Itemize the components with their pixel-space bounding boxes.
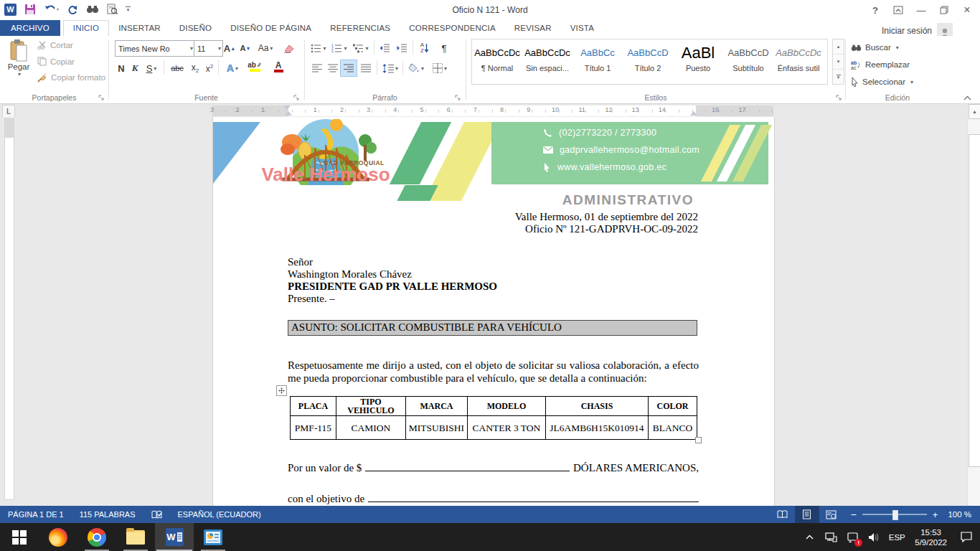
cut-button[interactable]: Cortar bbox=[37, 41, 73, 50]
sort-button[interactable]: AZ bbox=[415, 40, 434, 56]
taskbar-file-explorer[interactable] bbox=[116, 523, 155, 551]
multilevel-list-button[interactable]: ▾ bbox=[351, 40, 371, 56]
align-left-button[interactable] bbox=[309, 60, 325, 76]
taskbar-app[interactable] bbox=[194, 523, 232, 551]
first-line-indent-marker[interactable] bbox=[283, 105, 291, 110]
customize-qat-button[interactable]: ▾ bbox=[126, 2, 131, 17]
zoom-out-button[interactable]: − bbox=[851, 509, 857, 520]
value-blank-field[interactable] bbox=[365, 461, 570, 471]
decrease-indent-button[interactable] bbox=[377, 40, 392, 56]
collapse-ribbon-button[interactable] bbox=[963, 95, 971, 100]
action-center-icon[interactable]: ! bbox=[842, 523, 863, 551]
zoom-track[interactable] bbox=[862, 514, 927, 515]
print-preview-button[interactable] bbox=[107, 2, 118, 17]
taskbar-firefox[interactable] bbox=[39, 523, 77, 551]
justify-button[interactable] bbox=[358, 60, 374, 76]
tab-correspondencia[interactable]: CORRESPONDENCIA bbox=[400, 21, 505, 36]
zoom-thumb[interactable] bbox=[892, 510, 898, 520]
document-page[interactable]: (02)2773220 / 2773300 gadprvallehermoso@… bbox=[212, 117, 775, 506]
font-dialog-launcher[interactable] bbox=[293, 95, 300, 101]
strikethrough-button[interactable]: abc bbox=[168, 60, 187, 76]
paste-button[interactable]: Pegar ▾ bbox=[4, 39, 33, 88]
web-layout-button[interactable] bbox=[819, 506, 844, 523]
tab-archivo[interactable]: ARCHIVO bbox=[0, 20, 60, 36]
restore-button[interactable] bbox=[933, 1, 956, 19]
zoom-level[interactable]: 100 % bbox=[945, 510, 980, 519]
tab-vista[interactable]: VISTA bbox=[561, 21, 603, 36]
styles-scroll-up[interactable]: ▴ bbox=[833, 39, 844, 55]
find-menu-button[interactable]: Buscar▾ bbox=[851, 39, 899, 55]
right-indent-marker[interactable] bbox=[690, 111, 697, 116]
clipboard-dialog-launcher[interactable] bbox=[98, 95, 105, 101]
grow-font-button[interactable]: A▲ bbox=[222, 40, 237, 56]
superscript-button[interactable]: x2 bbox=[202, 60, 217, 76]
undo-button[interactable] bbox=[44, 2, 60, 17]
shrink-font-button[interactable]: A▼ bbox=[238, 40, 253, 56]
proofing-status[interactable] bbox=[143, 506, 170, 523]
tab-diseño[interactable]: DISEÑO bbox=[170, 21, 221, 36]
shading-button[interactable]: ▾ bbox=[405, 60, 427, 76]
align-right-button[interactable] bbox=[341, 60, 357, 76]
start-button[interactable] bbox=[0, 523, 39, 551]
font-size-select[interactable]: 11▾ bbox=[194, 40, 223, 57]
notification-center-icon[interactable] bbox=[953, 523, 980, 551]
tab-referencias[interactable]: REFERENCIAS bbox=[321, 21, 400, 36]
taskbar-word[interactable]: W bbox=[155, 523, 194, 551]
font-color-button[interactable]: A bbox=[268, 59, 288, 75]
read-mode-button[interactable] bbox=[771, 506, 795, 523]
style-sin-espaci-[interactable]: AaBbCcDcSin espaci... bbox=[522, 39, 573, 84]
tray-expand-chevron[interactable] bbox=[798, 523, 820, 551]
table-move-handle[interactable] bbox=[276, 385, 287, 396]
page-count[interactable]: PÁGINA 1 DE 1 bbox=[0, 506, 72, 523]
align-center-button[interactable] bbox=[325, 60, 341, 76]
help-button[interactable]: ? bbox=[864, 1, 887, 19]
scroll-up-button[interactable]: ▲ bbox=[969, 104, 980, 119]
print-layout-button[interactable] bbox=[795, 506, 819, 523]
tab-revisar[interactable]: REVISAR bbox=[505, 21, 561, 36]
save-button[interactable] bbox=[24, 2, 36, 17]
tab-selector[interactable]: L bbox=[2, 105, 15, 118]
scrollbar-thumb[interactable] bbox=[969, 134, 980, 467]
network-icon[interactable] bbox=[820, 523, 842, 551]
bold-button[interactable]: N bbox=[115, 60, 128, 76]
styles-more-button[interactable]: ▾ bbox=[833, 70, 844, 84]
minimize-button[interactable]: — bbox=[910, 1, 933, 19]
style--normal[interactable]: AaBbCcDc¶ Normal bbox=[472, 39, 522, 84]
vertical-scrollbar[interactable]: ▲ bbox=[967, 104, 980, 506]
replace-button[interactable]: abac Reemplazar bbox=[851, 57, 910, 72]
objective-blank-field[interactable] bbox=[368, 491, 699, 502]
numbering-button[interactable]: 123▾ bbox=[329, 40, 349, 56]
bullets-button[interactable]: ▾ bbox=[309, 40, 328, 56]
tab-insertar[interactable]: INSERTAR bbox=[109, 21, 170, 36]
underline-button[interactable]: S▾ bbox=[142, 60, 161, 76]
clock[interactable]: 15:53 5/9/2022 bbox=[909, 527, 953, 547]
styles-dialog-launcher[interactable] bbox=[836, 95, 842, 101]
tab-diseño-de-página[interactable]: DISEÑO DE PÁGINA bbox=[221, 21, 321, 36]
subscript-button[interactable]: x2 bbox=[188, 60, 202, 76]
volume-icon[interactable] bbox=[863, 523, 885, 551]
close-button[interactable]: × bbox=[956, 1, 979, 19]
change-case-button[interactable]: Aa▾ bbox=[255, 40, 275, 56]
find-button[interactable] bbox=[86, 2, 99, 17]
show-marks-button[interactable]: ¶ bbox=[437, 40, 451, 56]
word-count[interactable]: 115 PALABRAS bbox=[72, 506, 143, 523]
tab-inicio[interactable]: INICIO bbox=[63, 20, 109, 37]
language-status[interactable]: ESPAÑOL (ECUADOR) bbox=[170, 506, 269, 523]
style-t-tulo-2[interactable]: AaBbCcDTítulo 2 bbox=[623, 39, 673, 84]
font-family-select[interactable]: Times New Ro▾ bbox=[115, 40, 195, 57]
ribbon-display-button[interactable] bbox=[887, 1, 910, 19]
style-subt-tulo[interactable]: AaBbCcDSubtítulo bbox=[723, 39, 773, 84]
clear-formatting-button[interactable] bbox=[281, 40, 297, 56]
input-language[interactable]: ESP bbox=[885, 533, 909, 542]
copy-button[interactable]: Copiar bbox=[37, 57, 75, 66]
style-t-tulo-1[interactable]: AaBbCcTítulo 1 bbox=[573, 39, 623, 84]
line-spacing-button[interactable]: ▾ bbox=[380, 60, 401, 76]
select-menu-button[interactable]: Seleccionar▾ bbox=[851, 74, 913, 90]
style--nfasis-sutil[interactable]: AaBbCcDcÉnfasis sutil bbox=[773, 39, 824, 84]
zoom-in-button[interactable]: + bbox=[933, 509, 938, 520]
paragraph-dialog-launcher[interactable] bbox=[455, 95, 461, 101]
taskbar-chrome[interactable] bbox=[77, 523, 116, 551]
format-painter-button[interactable]: Copiar formato bbox=[37, 72, 105, 83]
text-effects-button[interactable]: A▾ bbox=[222, 60, 242, 76]
highlight-color-button[interactable]: ab bbox=[244, 59, 265, 75]
